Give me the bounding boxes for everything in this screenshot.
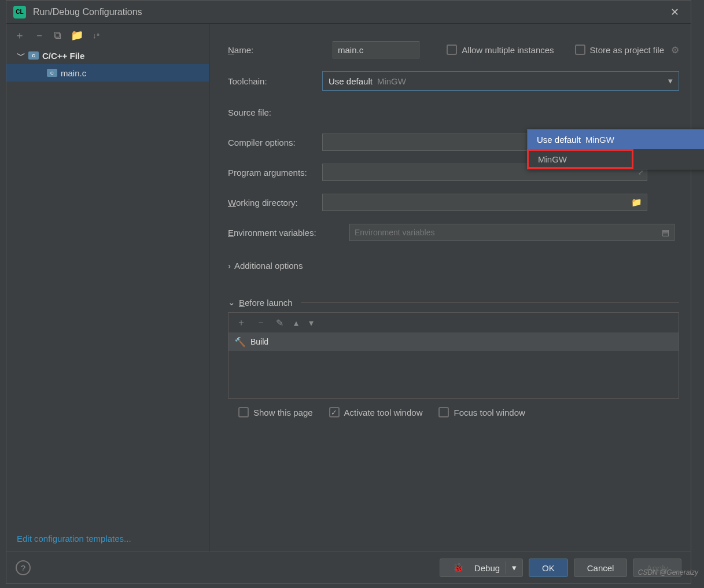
tree-item-mainc[interactable]: C main.c — [6, 64, 209, 82]
add-icon[interactable]: ＋ — [237, 317, 246, 329]
copy-icon[interactable]: ⧉ — [54, 29, 61, 42]
env-vars-input[interactable]: Environment variables▤ — [349, 224, 674, 241]
toolchain-label: Toolchain: — [228, 76, 322, 86]
chevron-right-icon: › — [228, 261, 231, 271]
ok-button[interactable]: OK — [529, 559, 568, 577]
down-icon[interactable]: ▾ — [309, 317, 314, 328]
remove-icon[interactable]: － — [34, 28, 45, 42]
compiler-label: Compiler options: — [228, 138, 322, 147]
env-vars-label: Environment variables: — [228, 228, 349, 238]
titlebar: CL Run/Debug Configurations ✕ — [6, 1, 691, 24]
activate-tool-checkbox[interactable]: Activate tool window — [329, 407, 423, 417]
close-icon[interactable]: ✕ — [666, 3, 684, 21]
debug-button[interactable]: 🐞Debug▾ — [440, 559, 523, 577]
edit-icon[interactable]: ✎ — [276, 317, 283, 328]
content-panel: Name: Allow multiple instances Store as … — [209, 24, 691, 552]
add-icon[interactable]: ＋ — [14, 28, 25, 42]
bug-icon: 🐞 — [453, 563, 464, 573]
sidebar: ＋ － ⧉ 📁 ↓ᵃ ﹀ C C/C++ File C main.c Edit … — [6, 24, 209, 552]
launch-toolbar: ＋ － ✎ ▴ ▾ — [228, 313, 679, 332]
folder-icon[interactable]: 📁 — [71, 29, 83, 42]
edit-templates-link[interactable]: Edit configuration templates... — [6, 526, 209, 552]
sidebar-toolbar: ＋ － ⧉ 📁 ↓ᵃ — [6, 24, 209, 47]
toolchain-dropdown-popup: Use defaultMinGW MinGW — [527, 129, 704, 169]
help-icon[interactable]: ? — [16, 560, 31, 575]
allow-multiple-checkbox[interactable]: Allow multiple instances — [447, 45, 554, 55]
tree-item-label: main.c — [61, 68, 86, 78]
name-label: Name: — [228, 45, 322, 55]
gear-icon[interactable]: ⚙ — [671, 45, 679, 56]
source-file-label: Source file: — [228, 108, 322, 117]
remove-icon[interactable]: － — [256, 317, 266, 329]
additional-options-section[interactable]: › Additional options — [228, 261, 679, 271]
chevron-down-icon: ﹀ — [17, 50, 25, 61]
launch-task-build[interactable]: 🔨 Build — [228, 332, 679, 351]
tree-group-cpp[interactable]: ﹀ C C/C++ File — [6, 47, 209, 64]
dropdown-option-mingw[interactable]: MinGW — [527, 149, 633, 169]
cpp-file-icon: C — [47, 69, 57, 77]
config-tree: ﹀ C C/C++ File C main.c — [6, 47, 209, 526]
clion-logo-icon: CL — [13, 6, 26, 19]
working-dir-input[interactable]: 📁 — [322, 194, 647, 211]
working-dir-label: Working directory: — [228, 198, 322, 208]
chevron-down-icon[interactable]: ▾ — [512, 563, 517, 573]
program-args-label: Program arguments: — [228, 168, 322, 177]
show-page-checkbox[interactable]: Show this page — [238, 407, 313, 417]
list-icon[interactable]: ▤ — [662, 228, 669, 237]
dialog-title: Run/Debug Configurations — [33, 7, 666, 17]
toolchain-dropdown[interactable]: Use defaultMinGW ▾ — [322, 71, 679, 91]
dialog-footer: ? 🐞Debug▾ OK Cancel Apply — [6, 552, 691, 583]
divider — [301, 302, 679, 303]
name-input[interactable] — [333, 41, 419, 58]
before-launch-box: ＋ － ✎ ▴ ▾ 🔨 Build — [228, 312, 679, 399]
store-project-checkbox[interactable]: Store as project file⚙ — [575, 45, 679, 56]
folder-icon[interactable]: 📁 — [631, 197, 642, 208]
hammer-icon: 🔨 — [234, 336, 246, 347]
dropdown-option-default[interactable]: Use defaultMinGW — [528, 130, 704, 149]
cpp-file-icon: C — [28, 51, 39, 60]
up-icon[interactable]: ▴ — [294, 317, 298, 328]
sort-icon[interactable]: ↓ᵃ — [93, 31, 99, 40]
chevron-down-icon: ⌄ — [228, 297, 235, 308]
dialog-body: ＋ － ⧉ 📁 ↓ᵃ ﹀ C C/C++ File C main.c Edit … — [6, 24, 691, 552]
chevron-down-icon: ▾ — [668, 76, 673, 86]
run-debug-dialog: CL Run/Debug Configurations ✕ ＋ － ⧉ 📁 ↓ᵃ… — [6, 0, 691, 584]
cancel-button[interactable]: Cancel — [574, 559, 628, 577]
tree-group-label: C/C++ File — [42, 51, 84, 61]
focus-tool-checkbox[interactable]: Focus tool window — [438, 407, 525, 417]
before-launch-section[interactable]: ⌄ Before launch — [228, 297, 679, 308]
expand-icon[interactable]: ⤢ — [638, 169, 643, 176]
watermark: CSDN @Generalzy — [638, 568, 698, 576]
